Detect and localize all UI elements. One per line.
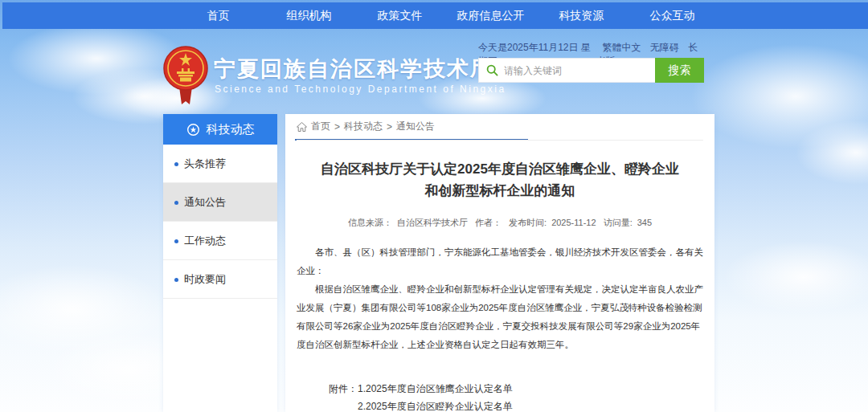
nav-item-organization[interactable]: 组织机构 bbox=[264, 2, 354, 29]
attachment-link-2[interactable]: 2.2025年度自治区瞪羚企业认定名单 bbox=[358, 398, 542, 412]
top-navigation: 首页 组织机构 政策文件 政府信息公开 科技资源 公众互动 bbox=[2, 2, 868, 29]
nav-item-policy[interactable]: 政策文件 bbox=[354, 2, 445, 29]
nav-item-resources[interactable]: 科技资源 bbox=[536, 2, 627, 29]
star-circle-icon bbox=[186, 123, 200, 137]
meta-source-value: 自治区科学技术厅 bbox=[397, 218, 468, 227]
cloud-decoration bbox=[796, 120, 868, 185]
page: 首页 组织机构 政策文件 政府信息公开 科技资源 公众互动 宁夏回族自治区科学技… bbox=[0, 0, 868, 412]
cloud-decoration bbox=[723, 241, 868, 313]
meta-visits-value: 345 bbox=[637, 218, 652, 227]
sidebar-header: 科技动态 bbox=[163, 114, 277, 145]
link-accessibility[interactable]: 无障碍 bbox=[650, 42, 679, 53]
sidebar-item-notices[interactable]: 通知公告 bbox=[163, 183, 277, 222]
main-content-panel: 首页 > 科技动态 > 通知公告 自治区科技厅关于认定2025年度自治区雏鹰企业… bbox=[285, 114, 714, 412]
breadcrumb-home[interactable]: 首页 bbox=[311, 120, 330, 133]
article-meta: 信息来源：自治区科学技术厅 作者： 发布时间:2025-11-12 访问量:34… bbox=[297, 217, 703, 229]
meta-time-value: 2025-11-12 bbox=[551, 218, 596, 227]
sidebar: 科技动态 头条推荐 通知公告 工作动态 时政要闻 bbox=[163, 114, 277, 412]
sidebar-title: 科技动态 bbox=[207, 122, 255, 137]
meta-source-label: 信息来源： bbox=[348, 218, 392, 227]
attachments-block: 附件： 1.2025年度自治区雏鹰企业认定名单 2.2025年度自治区瞪羚企业认… bbox=[329, 380, 703, 412]
breadcrumb: 首页 > 科技动态 > 通知公告 bbox=[297, 114, 703, 139]
search-bar: 搜索 bbox=[478, 58, 704, 83]
national-emblem-logo bbox=[162, 45, 209, 108]
sidebar-item-work-updates[interactable]: 工作动态 bbox=[163, 222, 277, 260]
link-traditional-chinese[interactable]: 繁體中文 bbox=[602, 42, 641, 53]
article-body: 各市、县（区）科技管理部门，宁东能源化工基地管委会，银川经济技术开发区管委会，各… bbox=[297, 243, 703, 354]
search-button[interactable]: 搜索 bbox=[655, 58, 704, 83]
cloud-decoration bbox=[0, 265, 169, 353]
article-title: 自治区科技厅关于认定2025年度自治区雏鹰企业、瞪羚企业 和创新型标杆企业的通知 bbox=[297, 158, 703, 202]
site-title: 宁夏回族自治区科学技术厅 bbox=[214, 55, 493, 84]
site-subtitle: Science and Technology Department of Nin… bbox=[215, 84, 506, 95]
breadcrumb-current[interactable]: 通知公告 bbox=[396, 120, 435, 133]
article-paragraph: 根据自治区雏鹰企业、瞪羚企业和创新型标杆企业认定管理有关规定，决定认定半亩良人农… bbox=[297, 280, 703, 354]
divider bbox=[297, 140, 703, 141]
breadcrumb-separator: > bbox=[334, 121, 340, 133]
attachment-link-1[interactable]: 1.2025年度自治区雏鹰企业认定名单 bbox=[358, 380, 542, 398]
article-paragraph: 各市、县（区）科技管理部门，宁东能源化工基地管委会，银川经济技术开发区管委会，各… bbox=[297, 243, 703, 280]
cloud-decoration bbox=[8, 22, 185, 95]
meta-visits-label: 访问量: bbox=[604, 218, 633, 227]
meta-time-label: 发布时间: bbox=[509, 218, 547, 227]
attachments-label: 附件： bbox=[329, 380, 358, 412]
search-input[interactable] bbox=[504, 59, 655, 82]
nav-item-interaction[interactable]: 公众互动 bbox=[627, 2, 718, 29]
home-icon bbox=[297, 122, 307, 132]
cloud-decoration bbox=[691, 44, 868, 149]
sidebar-item-current-affairs[interactable]: 时政要闻 bbox=[163, 260, 277, 299]
nav-item-home[interactable]: 首页 bbox=[173, 2, 264, 29]
breadcrumb-separator: > bbox=[387, 121, 392, 133]
nav-item-gov-info[interactable]: 政府信息公开 bbox=[445, 2, 536, 29]
meta-author-label: 作者： bbox=[475, 218, 502, 227]
sidebar-item-headlines[interactable]: 头条推荐 bbox=[163, 145, 277, 183]
breadcrumb-section[interactable]: 科技动态 bbox=[344, 120, 383, 133]
search-icon bbox=[486, 64, 498, 76]
